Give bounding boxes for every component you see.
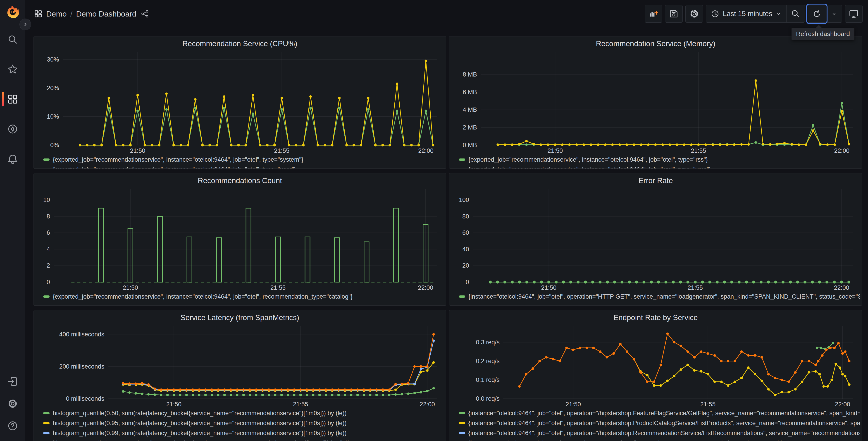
chevron-down-icon bbox=[775, 11, 782, 17]
legend-item[interactable]: histogram_quantile(0.95, sum(rate(latenc… bbox=[43, 418, 444, 428]
legend-item[interactable]: histogram_quantile(0.99, sum(rate(latenc… bbox=[43, 428, 444, 438]
panel-legend: {exported_job="recommendationservice", i… bbox=[459, 155, 860, 169]
timeseries-chart[interactable]: 0 milliseconds200 milliseconds400 millis… bbox=[35, 324, 444, 408]
svg-text:40: 40 bbox=[462, 246, 469, 253]
breadcrumb-page-title: Demo Dashboard bbox=[76, 9, 136, 18]
panel-legend: {instance="otelcol:9464", job="otel", op… bbox=[459, 408, 860, 441]
chevron-down-icon bbox=[831, 10, 837, 17]
dashboard-grid: Recommendation Service (CPU%) 0%10%20%30… bbox=[33, 36, 862, 441]
sidebar-item-explore[interactable] bbox=[0, 124, 25, 135]
breadcrumb-separator: / bbox=[70, 9, 72, 18]
svg-text:21:55: 21:55 bbox=[293, 401, 308, 408]
legend-item[interactable]: histogram_quantile(0.50, sum(rate(latenc… bbox=[43, 408, 444, 418]
timeseries-chart[interactable]: 0.0 req/s0.1 req/s0.2 req/s0.3 req/s21:5… bbox=[451, 324, 860, 408]
svg-text:20: 20 bbox=[462, 262, 469, 269]
svg-text:22:00: 22:00 bbox=[834, 147, 850, 154]
legend-label: histogram_quantile(0.999, sum(rate(laten… bbox=[53, 440, 350, 441]
svg-text:21:50: 21:50 bbox=[130, 147, 145, 154]
svg-text:10%: 10% bbox=[47, 113, 59, 120]
svg-text:80: 80 bbox=[462, 213, 469, 220]
svg-text:2: 2 bbox=[46, 262, 50, 269]
svg-text:21:50: 21:50 bbox=[541, 284, 557, 291]
svg-text:21:55: 21:55 bbox=[270, 284, 286, 291]
svg-text:21:50: 21:50 bbox=[166, 401, 182, 408]
timeseries-chart[interactable]: 0 MB2 MB4 MB6 MB8 MB21:5021:5522:00 bbox=[451, 50, 860, 154]
sidebar-item-starred[interactable] bbox=[0, 64, 25, 75]
legend-label: {exported_job="recommendationservice", i… bbox=[53, 166, 296, 169]
bell-icon bbox=[7, 154, 18, 164]
legend-label: histogram_quantile(0.99, sum(rate(latenc… bbox=[53, 430, 347, 437]
panel-title[interactable]: Endpoint Rate by Service bbox=[451, 312, 860, 324]
legend-label: {exported_job="recommendationservice", i… bbox=[53, 293, 353, 300]
legend-item[interactable]: {exported_job="recommendationservice", i… bbox=[459, 155, 860, 165]
legend-label: histogram_quantile(0.95, sum(rate(latenc… bbox=[53, 420, 347, 427]
share-dashboard-button[interactable] bbox=[141, 10, 149, 18]
save-dashboard-button[interactable] bbox=[665, 5, 683, 23]
legend-item[interactable]: {exported_job="recommendationservice", i… bbox=[459, 165, 860, 169]
panel-title[interactable]: Recommendations Count bbox=[35, 175, 444, 186]
sidebar-item-sign-in[interactable] bbox=[0, 376, 25, 387]
refresh-button-group bbox=[808, 5, 842, 23]
legend-label: {exported_job="recommendationservice", i… bbox=[468, 166, 711, 169]
sidebar-bottom-group bbox=[0, 371, 25, 441]
panel-title[interactable]: Recommendation Service (CPU%) bbox=[35, 38, 444, 50]
legend-item[interactable]: histogram_quantile(0.999, sum(rate(laten… bbox=[43, 438, 444, 441]
sidebar-item-alerting[interactable] bbox=[0, 153, 25, 164]
legend-swatch-icon bbox=[459, 412, 465, 414]
svg-text:4: 4 bbox=[46, 246, 50, 253]
add-panel-button[interactable] bbox=[645, 5, 662, 23]
legend-item[interactable]: {instance="otelcol:9464", job="otel", op… bbox=[459, 418, 860, 428]
sidebar-item-help[interactable] bbox=[0, 420, 25, 431]
legend-label: {instance="otelcol:9464", job="otel", op… bbox=[468, 420, 860, 427]
kiosk-mode-button[interactable] bbox=[845, 5, 863, 23]
legend-item[interactable]: {instance="otelcol:9464", job="otel", op… bbox=[459, 408, 860, 418]
svg-text:21:55: 21:55 bbox=[688, 284, 703, 291]
panel-legend: {exported_job="recommendationservice", i… bbox=[43, 292, 444, 301]
top-nav: Demo / Demo Dashboard bbox=[25, 0, 868, 28]
svg-text:22:00: 22:00 bbox=[420, 401, 435, 408]
compass-icon bbox=[7, 124, 18, 134]
legend-swatch-icon bbox=[43, 158, 50, 161]
svg-text:22:00: 22:00 bbox=[418, 284, 433, 291]
timeseries-chart[interactable]: 024681021:5021:5522:00 bbox=[35, 186, 444, 291]
search-icon bbox=[7, 34, 18, 45]
svg-text:400 milliseconds: 400 milliseconds bbox=[59, 331, 104, 338]
svg-text:21:50: 21:50 bbox=[566, 401, 581, 408]
svg-text:2 MB: 2 MB bbox=[463, 124, 477, 131]
expand-sidebar-button[interactable] bbox=[20, 19, 31, 30]
time-range-picker[interactable]: Last 15 minutes bbox=[706, 5, 786, 22]
timeseries-chart[interactable]: 02040608010021:5021:5522:00 bbox=[451, 186, 860, 291]
legend-item[interactable]: {exported_job="recommendationservice", i… bbox=[43, 155, 444, 165]
svg-text:0.3 req/s: 0.3 req/s bbox=[476, 339, 500, 346]
legend-swatch-icon bbox=[459, 432, 465, 434]
help-icon bbox=[7, 421, 18, 431]
panel-legend: histogram_quantile(0.50, sum(rate(latenc… bbox=[43, 408, 444, 441]
dashboards-grid-icon bbox=[7, 94, 18, 105]
refresh-interval-dropdown[interactable] bbox=[826, 5, 842, 22]
tv-monitor-icon bbox=[849, 9, 859, 19]
sidebar-item-search[interactable] bbox=[0, 34, 25, 45]
refresh-dashboard-button[interactable] bbox=[808, 5, 826, 22]
star-icon bbox=[7, 64, 18, 75]
legend-swatch-icon bbox=[43, 432, 50, 434]
legend-item[interactable]: {instance="otelcol:9464", job="otel", op… bbox=[459, 428, 860, 438]
legend-item[interactable]: {exported_job="recommendationservice", i… bbox=[43, 292, 444, 301]
panel-title[interactable]: Error Rate bbox=[451, 175, 860, 186]
sidebar-item-configuration[interactable] bbox=[0, 398, 25, 409]
sidebar-item-dashboards[interactable] bbox=[0, 94, 25, 105]
legend-item[interactable]: {exported_job="recommendationservice", i… bbox=[43, 165, 444, 169]
legend-item[interactable]: {instance="otelcol:9464", job="otel", op… bbox=[459, 438, 860, 441]
refresh-icon bbox=[812, 9, 822, 18]
svg-text:0: 0 bbox=[46, 279, 50, 286]
save-icon bbox=[669, 9, 679, 19]
legend-swatch-icon bbox=[43, 422, 50, 424]
dashboard-settings-button[interactable] bbox=[685, 5, 703, 23]
breadcrumb-section[interactable]: Demo bbox=[46, 9, 67, 18]
panel-recommendations-count: Recommendations Count 024681021:5021:552… bbox=[33, 173, 446, 305]
legend-item[interactable]: {instance="otelcol:9464", job="otel", op… bbox=[459, 292, 860, 301]
svg-text:60: 60 bbox=[462, 229, 469, 236]
panel-title[interactable]: Service Latency (from SpanMetrics) bbox=[35, 312, 444, 324]
zoom-out-time-range-button[interactable] bbox=[786, 5, 805, 22]
dashboard-toolbar: Last 15 minutes bbox=[645, 5, 863, 23]
timeseries-chart[interactable]: 0%10%20%30%21:5021:5522:00 bbox=[35, 50, 444, 154]
